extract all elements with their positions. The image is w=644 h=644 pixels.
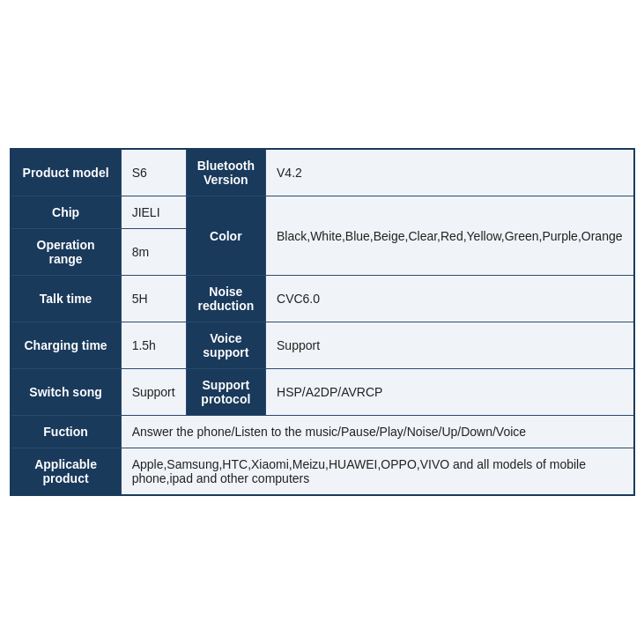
product-model-value: S6 [121, 149, 186, 196]
table-row: Fuction Answer the phone/Listen to the m… [11, 416, 634, 448]
table-row: Product model S6 Bluetooth Version V4.2 [11, 149, 634, 196]
talk-time-value: 5H [121, 276, 186, 322]
spec-table: Product model S6 Bluetooth Version V4.2 … [10, 148, 635, 496]
applicable-product-value: Apple,Samsung,HTC,Xiaomi,Meizu,HUAWEI,OP… [121, 448, 633, 496]
noise-reduction-value: CVC6.0 [266, 276, 634, 322]
noise-reduction-header: Noise reduction [186, 276, 265, 322]
talk-time-header: Talk time [11, 276, 122, 322]
chip-header: Chip [11, 196, 122, 229]
table-row: Switch song Support Support protocol HSP… [11, 369, 634, 416]
color-value: Black,White,Blue,Beige,Clear,Red,Yellow,… [266, 196, 634, 276]
charging-time-value: 1.5h [121, 322, 186, 369]
support-protocol-value: HSP/A2DP/AVRCP [266, 369, 634, 416]
table-row: Applicable product Apple,Samsung,HTC,Xia… [11, 448, 634, 496]
product-model-header: Product model [11, 149, 122, 196]
operation-range-value: 8m [121, 229, 186, 276]
bluetooth-version-value: V4.2 [266, 149, 634, 196]
support-protocol-header: Support protocol [186, 369, 265, 416]
bluetooth-version-header: Bluetooth Version [186, 149, 265, 196]
charging-time-header: Charging time [11, 322, 122, 369]
switch-song-header: Switch song [11, 369, 122, 416]
table-row: Chip JIELI Color Black,White,Blue,Beige,… [11, 196, 634, 229]
operation-range-header: Operation range [11, 229, 122, 276]
table-row: Charging time 1.5h Voice support Support [11, 322, 634, 369]
color-header: Color [186, 196, 265, 276]
function-value: Answer the phone/Listen to the music/Pau… [121, 416, 633, 448]
voice-support-value: Support [266, 322, 634, 369]
applicable-product-header: Applicable product [11, 448, 122, 496]
spec-table-wrapper: Product model S6 Bluetooth Version V4.2 … [10, 148, 635, 496]
function-header: Fuction [11, 416, 122, 448]
table-row: Talk time 5H Noise reduction CVC6.0 [11, 276, 634, 322]
chip-value: JIELI [121, 196, 186, 229]
voice-support-header: Voice support [186, 322, 265, 369]
switch-song-value: Support [121, 369, 186, 416]
